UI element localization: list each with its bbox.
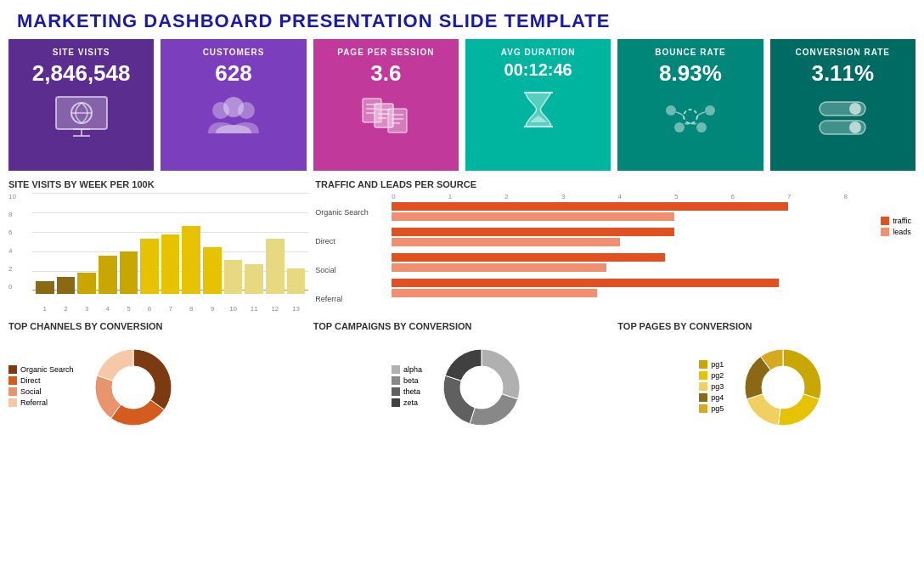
leads-bar-2 <box>392 263 606 272</box>
channels-color-1 <box>8 376 17 385</box>
kpi-conversion-rate: CONVERSION RATE 3.11% <box>770 39 916 171</box>
donut-center <box>460 366 503 409</box>
legend-label: traffic <box>893 217 911 225</box>
channels-label-0: Organic Search <box>20 365 74 374</box>
pages-label-0: pg1 <box>711 360 724 369</box>
y-label-2: 2 <box>8 265 16 273</box>
svg-point-25 <box>705 105 715 116</box>
hbar-label-1: Direct <box>315 237 335 245</box>
bottom-row: TOP CHANNELS by Conversion Organic Searc… <box>0 321 924 438</box>
bar-7 <box>161 234 180 294</box>
hbar-x-0: 0 <box>392 193 395 200</box>
campaigns-legend-item-2: theta <box>392 387 422 396</box>
kpi-conversion-rate-label: CONVERSION RATE <box>796 48 891 57</box>
channels-color-2 <box>8 387 17 396</box>
campaigns-legend-item-0: alpha <box>392 365 422 374</box>
kpi-avg-duration-value: 00:12:46 <box>504 60 572 80</box>
hbar-x-5: 5 <box>674 193 678 200</box>
top-campaigns-section: alphabetathetazeta <box>313 336 611 438</box>
pages-color-4 <box>699 404 707 413</box>
y-label-10: 10 <box>8 193 16 200</box>
hbar-label-2: Social <box>315 266 336 274</box>
pages-legend-item-2: pg3 <box>699 382 724 391</box>
traffic-bar-1 <box>392 228 674 236</box>
x-label-2: 2 <box>57 305 76 313</box>
campaigns-color-0 <box>392 365 400 374</box>
campaigns-label-3: zeta <box>403 398 418 407</box>
top-channels-legend: Organic SearchDirectSocialReferral <box>8 365 74 409</box>
channels-label-3: Referral <box>20 398 48 407</box>
traffic-legend-item: leads <box>881 228 911 236</box>
kpi-bounce-rate-value: 8.93% <box>659 60 722 87</box>
x-label-4: 4 <box>99 305 117 313</box>
top-campaigns-title: TOP CAMPAIGNS by Conversion <box>313 321 611 331</box>
svg-rect-17 <box>388 109 407 133</box>
toggle-icon <box>813 95 872 151</box>
leads-bar-1 <box>392 238 619 246</box>
site-visits-chart-title: SITE VISITS by Week per 100k <box>8 179 308 189</box>
pages-color-2 <box>699 382 707 391</box>
x-label-1: 1 <box>36 305 54 313</box>
svg-point-26 <box>674 122 685 133</box>
kpi-site-visits-value: 2,846,548 <box>32 60 131 87</box>
pages-label-3: pg4 <box>711 393 724 402</box>
x-label-12: 12 <box>266 305 285 313</box>
x-label-10: 10 <box>224 305 243 313</box>
campaigns-label-2: theta <box>403 387 420 396</box>
donut-center <box>112 366 155 409</box>
bar-4 <box>99 256 117 294</box>
pages-color-1 <box>699 371 707 380</box>
hbar-x-7: 7 <box>787 193 791 200</box>
svg-point-27 <box>696 122 707 133</box>
pages-donut-chart <box>732 336 834 438</box>
channels-color-0 <box>8 365 17 374</box>
hbar-label-3: Referral <box>315 295 342 303</box>
hbar-x-8: 8 <box>843 193 847 200</box>
top-campaigns-card: TOP CAMPAIGNS by Conversion alphabetathe… <box>313 321 611 438</box>
kpi-conversion-rate-value: 3.11% <box>811 60 874 87</box>
bar-8 <box>182 226 200 294</box>
channels-label-1: Direct <box>20 376 41 385</box>
kpi-bounce-rate: BOUNCE RATE 8.93% <box>617 39 763 171</box>
y-label-6: 6 <box>8 229 16 236</box>
x-label-5: 5 <box>120 305 138 313</box>
traffic-legend-item: traffic <box>881 217 911 225</box>
channels-legend-item-3: Referral <box>8 398 74 407</box>
pages-legend-item-0: pg1 <box>699 360 724 369</box>
hbar-x-6: 6 <box>730 193 734 200</box>
campaigns-color-3 <box>392 398 400 407</box>
hbar-row-2 <box>392 253 848 272</box>
hbar-x-2: 2 <box>504 193 508 200</box>
x-label-7: 7 <box>161 305 180 313</box>
hourglass-icon <box>517 88 560 140</box>
campaigns-legend-item-3: zeta <box>392 398 422 407</box>
legend-color <box>881 217 889 225</box>
y-label-4: 4 <box>8 247 16 255</box>
top-channels-card: TOP CHANNELS by Conversion Organic Searc… <box>8 321 307 438</box>
svg-point-23 <box>684 110 697 123</box>
bar-10 <box>224 260 243 294</box>
kpi-avg-duration: AVG DURATION 00:12:46 <box>465 39 611 171</box>
kpi-page-session-value: 3.6 <box>370 60 401 87</box>
legend-color <box>881 228 889 236</box>
kpi-page-session-label: PAGE PER SESSION <box>337 48 434 57</box>
pages-legend-item-1: pg2 <box>699 371 724 380</box>
top-pages-legend: pg1pg2pg3pg4pg5 <box>699 360 724 415</box>
x-label-3: 3 <box>77 305 96 313</box>
bounce-icon <box>661 95 720 147</box>
campaigns-label-0: alpha <box>403 365 422 374</box>
traffic-bar-3 <box>392 279 779 287</box>
kpi-page-session: PAGE PER SESSION 3.6 <box>313 39 459 171</box>
kpi-site-visits-label: SITE VISITS <box>53 48 110 57</box>
campaigns-label-1: beta <box>403 376 419 385</box>
traffic-bar-2 <box>392 253 665 262</box>
channels-color-3 <box>8 398 17 407</box>
pages-legend-item-3: pg4 <box>699 393 724 402</box>
channels-donut-chart <box>82 336 184 438</box>
kpi-customers-label: CUSTOMERS <box>203 48 265 57</box>
top-pages-card: TOP PAGES by Conversion pg1pg2pg3pg4pg5 <box>617 321 916 438</box>
traffic-leads-chart-title: TRAFFIC and LEADS Per Source <box>315 179 916 189</box>
bar-12 <box>266 239 285 294</box>
campaigns-color-1 <box>392 376 400 385</box>
x-label-13: 13 <box>287 305 306 313</box>
